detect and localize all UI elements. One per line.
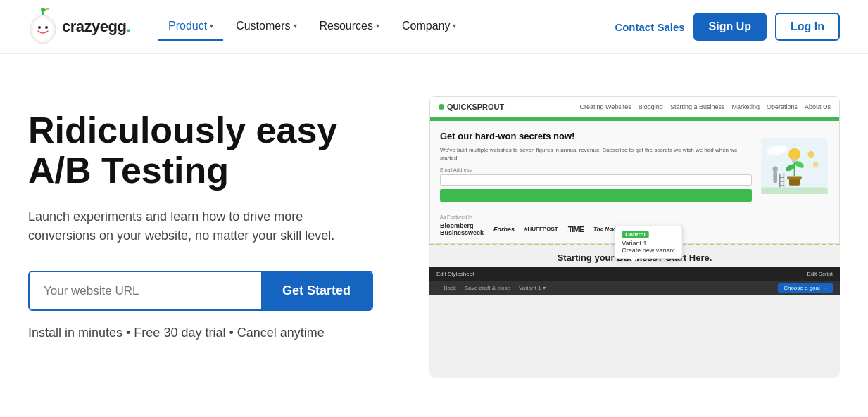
main-content: Ridiculously easy A/B Testing Launch exp… bbox=[0, 54, 868, 406]
svg-rect-17 bbox=[791, 160, 797, 162]
logo-icon bbox=[28, 8, 58, 45]
chevron-down-icon: ▾ bbox=[210, 22, 213, 30]
hero-headline: Ridiculously easy A/B Testing bbox=[28, 110, 401, 191]
svg-rect-12 bbox=[787, 177, 802, 180]
hero-section: Ridiculously easy A/B Testing Launch exp… bbox=[28, 96, 401, 368]
logo-text: crazyegg. bbox=[62, 18, 130, 36]
qs-illustration-icon bbox=[761, 138, 828, 194]
fine-print: Install in minutes • Free 30 day trial •… bbox=[28, 323, 366, 342]
chevron-down-icon: ▾ bbox=[294, 22, 297, 30]
svg-point-2 bbox=[38, 26, 41, 29]
qs-email-input bbox=[440, 174, 752, 186]
site-preview: QUICKSPROUT Creating Websites Blogging S… bbox=[429, 96, 840, 244]
qs-nav-links: Creating Websites Blogging Starting a Bu… bbox=[579, 103, 831, 110]
get-started-button[interactable]: Get Started bbox=[261, 272, 372, 309]
screenshot-panel: QUICKSPROUT Creating Websites Blogging S… bbox=[429, 96, 840, 378]
ab-back-button[interactable]: ← Back bbox=[436, 285, 456, 291]
qs-content: Get our hard-won secrets now! We've buil… bbox=[430, 121, 839, 209]
qs-email-label: Email Address bbox=[440, 167, 752, 172]
ab-popup: Control Variant 1 Create new variant bbox=[614, 226, 683, 259]
qs-logo: QUICKSPROUT bbox=[439, 103, 504, 111]
ab-edit-script: Edit Script bbox=[807, 271, 833, 277]
svg-point-3 bbox=[45, 26, 48, 29]
chevron-down-icon: ▾ bbox=[376, 22, 379, 30]
ab-toolbar: ← Back Save draft & close Variant 1 ▾ Ch… bbox=[429, 281, 840, 295]
svg-rect-20 bbox=[773, 172, 777, 184]
nav-item-product[interactable]: Product ▾ bbox=[158, 13, 223, 41]
nav-item-company[interactable]: Company ▾ bbox=[392, 13, 466, 41]
svg-point-16 bbox=[788, 149, 800, 161]
svg-point-18 bbox=[807, 151, 814, 158]
svg-rect-27 bbox=[761, 188, 827, 194]
svg-point-10 bbox=[775, 146, 787, 153]
qs-logo-dot bbox=[439, 104, 444, 110]
ab-popup-variant: Variant 1 bbox=[622, 240, 675, 247]
qs-featured-label: As Featured In bbox=[440, 214, 829, 219]
ab-popup-action: Create new variant bbox=[622, 247, 675, 254]
ab-variant-selector[interactable]: Variant 1 ▾ bbox=[519, 285, 546, 291]
website-url-input[interactable] bbox=[30, 272, 261, 309]
chevron-down-icon: ▾ bbox=[453, 22, 456, 30]
ab-choose-goal-button[interactable]: Choose a goal → bbox=[778, 283, 833, 293]
cta-form: Get Started bbox=[28, 271, 373, 311]
bloomberg-logo: BloombergBusinessweek bbox=[440, 222, 484, 236]
contact-sales-link[interactable]: Contact Sales bbox=[615, 21, 684, 33]
qs-illustration-column bbox=[759, 131, 829, 202]
nav-item-customers[interactable]: Customers ▾ bbox=[226, 13, 306, 41]
nav-actions: Contact Sales Sign Up Log In bbox=[615, 13, 840, 41]
qs-text-column: Get our hard-won secrets now! We've buil… bbox=[440, 131, 752, 202]
svg-point-21 bbox=[772, 167, 778, 172]
forbes-logo: Forbes bbox=[493, 226, 515, 233]
ab-editor-bar: Edit Stylesheet Edit Script bbox=[429, 267, 840, 281]
signup-button[interactable]: Sign Up bbox=[693, 13, 767, 41]
ab-edit-stylesheet: Edit Stylesheet bbox=[436, 271, 474, 277]
ab-preview-section: Starting your Business? Start Here. Cont… bbox=[429, 244, 840, 295]
ab-popup-badge: Control bbox=[622, 231, 648, 238]
qs-headline: Get our hard-won secrets now! bbox=[440, 131, 752, 142]
login-button[interactable]: Log In bbox=[775, 13, 840, 41]
svg-point-7 bbox=[46, 8, 49, 10]
qs-navbar: QUICKSPROUT Creating Websites Blogging S… bbox=[430, 97, 839, 117]
site-header: crazyegg. Product ▾ Customers ▾ Resource… bbox=[0, 0, 868, 54]
svg-point-1 bbox=[33, 18, 53, 41]
time-logo: TIME bbox=[568, 225, 584, 233]
qs-subscribe-button bbox=[440, 189, 752, 202]
ab-save-draft-button[interactable]: Save draft & close bbox=[465, 285, 510, 291]
qs-body: We've built multiple websites to seven f… bbox=[440, 146, 752, 162]
svg-point-19 bbox=[812, 162, 818, 167]
main-nav: Product ▾ Customers ▾ Resources ▾ Compan… bbox=[158, 13, 615, 41]
logo[interactable]: crazyegg. bbox=[28, 8, 130, 45]
huffpost-logo: #HUFFPOST bbox=[524, 226, 558, 232]
nav-item-resources[interactable]: Resources ▾ bbox=[310, 13, 389, 41]
hero-body: Launch experiments and learn how to driv… bbox=[28, 207, 366, 245]
